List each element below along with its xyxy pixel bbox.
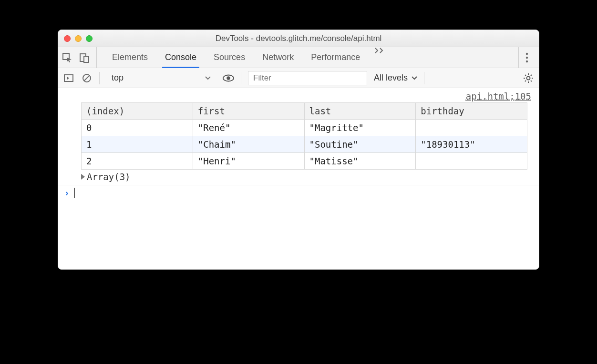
context-label: top	[112, 73, 124, 83]
source-link[interactable]: api.html:105	[58, 88, 539, 102]
context-selector[interactable]: top	[106, 71, 216, 85]
dropdown-caret-icon	[412, 76, 417, 80]
source-line: 105	[515, 91, 531, 101]
svg-line-18	[525, 81, 526, 81]
svg-line-8	[84, 75, 90, 81]
th-last[interactable]: last	[304, 103, 416, 120]
svg-point-5	[526, 60, 528, 62]
tab-sources[interactable]: Sources	[205, 47, 254, 68]
cell-index: 1	[82, 136, 193, 153]
array-caption-label: Array(3)	[87, 172, 131, 182]
tab-performance[interactable]: Performance	[302, 47, 369, 68]
live-expression-icon[interactable]	[223, 72, 234, 84]
more-tabs-icon[interactable]	[369, 47, 391, 68]
clear-console-icon[interactable]	[81, 72, 93, 84]
titlebar[interactable]: DevTools - devtools.glitch.me/console/ap…	[58, 30, 539, 47]
svg-rect-2	[84, 56, 89, 62]
table-row[interactable]: 1 "Chaim" "Soutine" "18930113"	[82, 136, 527, 153]
cell-first: "René"	[193, 120, 304, 136]
console-body: api.html:105 (index) first last birthday…	[58, 88, 539, 269]
th-birthday[interactable]: birthday	[416, 103, 527, 120]
svg-point-3	[526, 52, 528, 54]
separator	[424, 72, 424, 84]
svg-point-11	[527, 76, 530, 80]
separator	[241, 72, 241, 84]
tab-elements[interactable]: Elements	[103, 47, 156, 68]
filter-input[interactable]: Filter	[248, 71, 367, 85]
svg-line-16	[525, 75, 526, 76]
settings-menu-icon[interactable]	[518, 47, 535, 68]
traffic-lights	[64, 35, 93, 42]
toggle-sidebar-icon[interactable]	[63, 72, 74, 84]
maximize-button[interactable]	[86, 35, 93, 42]
console-toolbar: top Filter All levels	[58, 68, 539, 88]
tabs: Elements Console Sources Network Perform…	[103, 47, 518, 68]
table-row[interactable]: 0 "René" "Magritte"	[82, 120, 527, 136]
log-levels-selector[interactable]: All levels	[374, 73, 417, 83]
svg-point-10	[226, 76, 230, 80]
cell-last: "Soutine"	[304, 136, 416, 153]
toggle-device-icon[interactable]	[79, 52, 90, 63]
console-table-wrap: (index) first last birthday 0 "René" "Ma…	[58, 102, 539, 170]
cell-last: "Magritte"	[304, 120, 416, 136]
cell-index: 0	[82, 120, 193, 136]
window-title: DevTools - devtools.glitch.me/console/ap…	[64, 34, 533, 43]
svg-line-19	[531, 75, 532, 76]
filter-placeholder: Filter	[253, 73, 271, 83]
prompt-chevron-icon: ›	[64, 187, 70, 199]
console-prompt[interactable]: ›	[58, 185, 539, 201]
svg-point-4	[526, 56, 528, 58]
th-first[interactable]: first	[193, 103, 304, 120]
cell-index: 2	[82, 153, 193, 170]
cell-first: "Chaim"	[193, 136, 304, 153]
source-file: api.html	[466, 91, 510, 101]
tabbar-left	[62, 47, 97, 68]
tab-console[interactable]: Console	[156, 47, 205, 68]
console-table: (index) first last birthday 0 "René" "Ma…	[81, 102, 527, 170]
cell-birthday	[416, 153, 527, 170]
svg-line-17	[531, 81, 532, 81]
cell-last: "Matisse"	[304, 153, 416, 170]
expand-triangle-icon	[81, 174, 85, 180]
minimize-button[interactable]	[75, 35, 82, 42]
dropdown-caret-icon	[205, 76, 211, 80]
inspect-element-icon[interactable]	[62, 52, 72, 63]
close-button[interactable]	[64, 35, 71, 42]
th-index[interactable]: (index)	[82, 103, 193, 120]
levels-label: All levels	[374, 73, 408, 83]
array-expand-row[interactable]: Array(3)	[58, 170, 539, 185]
tab-network[interactable]: Network	[254, 47, 302, 68]
cell-first: "Henri"	[193, 153, 304, 170]
table-header-row: (index) first last birthday	[82, 103, 527, 120]
cell-birthday	[416, 120, 527, 136]
tabbar: Elements Console Sources Network Perform…	[58, 47, 539, 68]
text-cursor	[74, 188, 75, 198]
cell-birthday: "18930113"	[416, 136, 527, 153]
separator	[99, 72, 100, 84]
console-settings-icon[interactable]	[523, 72, 534, 84]
devtools-window: DevTools - devtools.glitch.me/console/ap…	[58, 30, 539, 270]
table-row[interactable]: 2 "Henri" "Matisse"	[82, 153, 527, 170]
